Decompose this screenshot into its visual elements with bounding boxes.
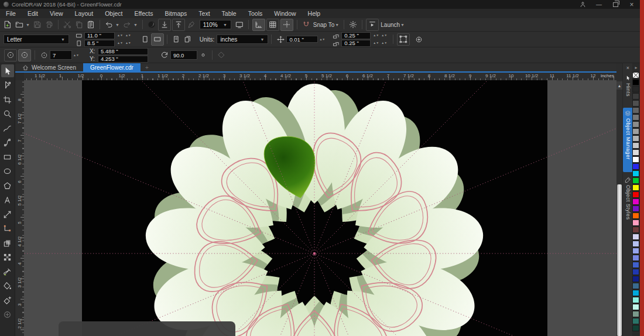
show-guidelines-button[interactable] — [280, 19, 293, 31]
connector-tool[interactable] — [1, 222, 14, 235]
color-swatch[interactable] — [632, 198, 639, 205]
duplicate-y-stepper2[interactable]: ▲▼ — [381, 42, 387, 44]
rectangle-tool[interactable] — [1, 150, 14, 163]
color-swatch[interactable] — [632, 184, 639, 191]
menu-window[interactable]: Window — [268, 10, 302, 17]
docker-close-icon[interactable]: × — [623, 64, 633, 71]
color-swatch[interactable] — [632, 177, 639, 184]
freehand-tool[interactable] — [1, 122, 14, 135]
user-account-icon[interactable] — [578, 1, 587, 8]
show-rulers-button[interactable] — [252, 19, 265, 31]
page-height-stepper[interactable]: ▲▼ — [117, 42, 123, 44]
color-swatch[interactable] — [632, 234, 639, 240]
new-document-button[interactable] — [2, 19, 13, 30]
open-dropdown-icon[interactable]: ▼ — [26, 23, 30, 27]
fullscreen-preview-button[interactable] — [234, 19, 245, 30]
color-swatch[interactable] — [632, 220, 639, 226]
color-swatch[interactable] — [632, 135, 639, 142]
nudge-stepper[interactable]: ▲▼ — [319, 38, 325, 41]
interactive-fill-tool[interactable] — [1, 280, 14, 293]
smart-fill-tool[interactable] — [1, 294, 14, 307]
docker-tab-object-manager[interactable]: Object Manager — [623, 108, 633, 172]
ruler-origin-box[interactable] — [15, 73, 25, 80]
shape-tool[interactable] — [1, 79, 14, 92]
treat-as-filled-button[interactable] — [397, 33, 410, 46]
menu-edit[interactable]: Edit — [22, 10, 44, 17]
duplicate-x-stepper2[interactable]: ▲▼ — [381, 34, 387, 37]
restore-button[interactable] — [611, 1, 619, 8]
menu-file[interactable]: File — [0, 10, 22, 17]
units-select[interactable]: inches▼ — [217, 35, 268, 44]
flower-drawing[interactable] — [24, 80, 616, 336]
pick-tool[interactable] — [1, 64, 14, 77]
undo-dropdown-icon[interactable]: ▼ — [115, 23, 119, 27]
menu-text[interactable]: Text — [193, 10, 215, 17]
launch-button[interactable] — [366, 19, 379, 31]
color-swatch[interactable] — [632, 297, 639, 303]
search-content-button[interactable] — [146, 19, 157, 30]
copies-field[interactable]: 7 — [50, 50, 72, 60]
snap-to-dropdown-icon[interactable]: ▼ — [335, 23, 339, 27]
text-tool[interactable] — [1, 194, 14, 207]
apply-to-duplicate-button[interactable] — [215, 50, 227, 61]
color-swatch[interactable] — [632, 93, 639, 100]
portrait-button[interactable] — [139, 34, 151, 45]
page-height-stepper2[interactable]: ▲▼ — [125, 42, 131, 44]
snap-to-button[interactable] — [300, 19, 312, 30]
zoom-tool[interactable] — [1, 108, 14, 121]
menu-effects[interactable]: Effects — [128, 10, 159, 17]
landscape-button[interactable] — [151, 33, 164, 46]
color-swatch[interactable] — [632, 248, 639, 254]
import-button[interactable] — [158, 19, 171, 31]
color-swatch[interactable] — [632, 149, 639, 156]
polygon-tool[interactable] — [1, 179, 14, 192]
page-width-field[interactable]: 11.0 " — [84, 32, 115, 39]
nudge-field[interactable]: 0.01 " — [286, 36, 318, 43]
color-swatch[interactable] — [632, 114, 639, 121]
no-color-swatch[interactable] — [632, 72, 639, 78]
bezier-tool[interactable] — [1, 136, 14, 149]
quick-customize[interactable] — [1, 308, 14, 321]
color-swatch[interactable] — [632, 262, 639, 268]
page-height-field[interactable]: 8.5 " — [84, 40, 115, 47]
drawing-canvas[interactable] — [24, 80, 616, 336]
menu-view[interactable]: View — [44, 10, 69, 17]
tab-welcome-screen[interactable]: Welcome Screen — [15, 63, 83, 71]
palette-scroll-icon[interactable]: ▸ — [632, 64, 640, 70]
docker-tab-hints[interactable]: Hints — [623, 73, 633, 105]
y-field[interactable]: 4.253 " — [98, 56, 148, 63]
copies-stepper[interactable]: ▲▼ — [73, 54, 79, 57]
menu-tools[interactable]: Tools — [242, 10, 269, 17]
color-eyedropper-tool[interactable] — [1, 265, 14, 278]
color-swatch[interactable] — [632, 276, 639, 282]
zoom-level-select[interactable]: 110%▼ — [200, 20, 231, 29]
duplicate-y-field[interactable]: 0.25 " — [341, 40, 371, 47]
menu-bitmaps[interactable]: Bitmaps — [159, 10, 193, 17]
color-swatch[interactable] — [632, 205, 639, 212]
drop-shadow-tool[interactable] — [1, 236, 14, 249]
duplicate-x-field[interactable]: 0.25 " — [341, 32, 371, 39]
relative-center-button[interactable] — [197, 50, 209, 61]
color-swatch[interactable] — [632, 318, 639, 324]
color-swatch[interactable] — [632, 86, 639, 92]
color-swatch[interactable] — [632, 100, 639, 107]
quick-customize-icon[interactable] — [415, 36, 423, 43]
menu-help[interactable]: Help — [302, 10, 327, 17]
show-grid-button[interactable] — [266, 19, 279, 31]
color-swatch[interactable] — [632, 212, 639, 219]
snap-to-label[interactable]: Snap To — [313, 22, 335, 28]
color-swatch[interactable] — [632, 191, 639, 198]
menu-object[interactable]: Object — [99, 10, 128, 17]
tab-greenflower[interactable]: GreenFlower.cdr — [83, 63, 141, 71]
duplicate-y-stepper[interactable]: ▲▼ — [373, 42, 379, 44]
color-swatch[interactable] — [632, 241, 639, 247]
export-button[interactable] — [172, 19, 185, 31]
ellipse-tool[interactable] — [1, 165, 14, 178]
page-width-stepper2[interactable]: ▲▼ — [125, 34, 131, 37]
color-swatch[interactable] — [632, 304, 639, 310]
x-field[interactable]: 5.488 " — [98, 48, 148, 55]
color-swatch[interactable] — [632, 311, 639, 317]
scroll-up-icon[interactable]: ▲ — [616, 81, 622, 90]
color-swatch[interactable] — [632, 163, 639, 170]
page-width-stepper[interactable]: ▲▼ — [117, 34, 123, 37]
